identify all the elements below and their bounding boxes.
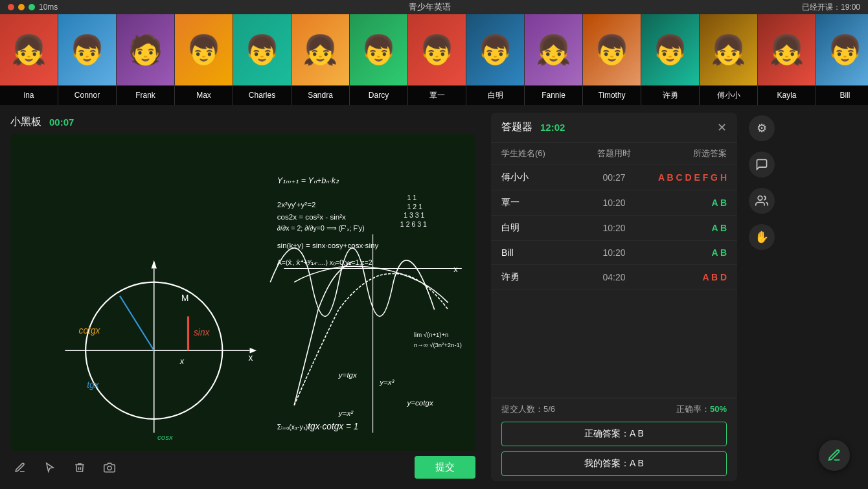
participant-bill[interactable]: 👦 Bill [816, 14, 868, 105]
svg-text:1  3  3  1: 1 3 3 1 [404, 211, 424, 219]
selected-answers: A B D [652, 272, 727, 282]
blackboard-timer: 00:07 [49, 117, 74, 128]
answer-footer: 提交人数：5/6 正确率：50% 正确答案：A B 我的答案：A B [491, 398, 737, 481]
participant-fxx[interactable]: 👧 傅小小 [700, 14, 758, 105]
participant-name: Darcy [350, 85, 407, 105]
latency: 10ms [39, 3, 58, 12]
participant-name: 覃一 [408, 85, 466, 105]
answer-time: 10:20 [577, 198, 652, 208]
answer-panel-timer: 12:02 [540, 122, 565, 133]
dot-yellow [18, 4, 25, 10]
svg-text:1  1: 1 1 [407, 194, 417, 201]
main-content: 小黑板 00:07 [0, 105, 868, 489]
blackboard[interactable]: cotgx tgx sinx cosx x x M Y₁ₘ₊₁ = Yₙ+bₙ·… [10, 134, 475, 451]
participant-name: 傅小小 [700, 85, 757, 105]
trash-tool[interactable] [70, 458, 89, 477]
student-name: Bill [501, 247, 577, 258]
participant-charles[interactable]: 👦 Charles [233, 14, 291, 105]
svg-point-36 [108, 466, 111, 470]
col-name: 学生姓名(6) [501, 148, 577, 159]
svg-text:cosx: cosx [157, 433, 174, 441]
participant-name: Bill [816, 85, 868, 105]
participant-xuyong[interactable]: 👦 许勇 [641, 14, 700, 105]
svg-text:tgx·cotgx = 1: tgx·cotgx = 1 [308, 422, 358, 431]
svg-text:∂/∂x = 2; ∂/∂y=0  ⟹ (F'ₓ; F'y): ∂/∂x = 2; ∂/∂y=0 ⟹ (F'ₓ; F'y) [277, 224, 365, 232]
my-answer-button[interactable]: 我的答案：A B [501, 451, 727, 476]
participant-name: Fannie [525, 85, 582, 105]
submitted-count: 提交人数：5/6 [501, 404, 555, 415]
cursor-tool[interactable] [40, 458, 60, 477]
participant-name: Connor [58, 85, 116, 105]
camera-tool[interactable] [100, 458, 119, 477]
svg-text:1  2  6  3  1: 1 2 6 3 1 [400, 220, 427, 228]
col-time: 答题用时 [577, 148, 652, 159]
answer-row: 许勇 04:20 A B D [491, 265, 737, 290]
topbar-left: 10ms [8, 3, 58, 12]
answer-header: 答题器 12:02 ✕ [491, 113, 737, 142]
svg-text:A=(x̄, x̄⁴+³⁄₁₄·....) x₀=0,y₁=: A=(x̄, x̄⁴+³⁄₁₄·....) x₀=0,y₁=1,z=2 [277, 258, 372, 266]
blackboard-toolbar: 提交 [10, 456, 475, 479]
participant-name: Charles [233, 85, 291, 105]
participant-name: ina [0, 85, 58, 105]
answer-panel: 答题器 12:02 ✕ 学生姓名(6) 答题用时 所选答案 傅小小 00:27 … [491, 113, 737, 481]
participant-baiming[interactable]: 👦 白明 [466, 14, 525, 105]
svg-text:Σᵢ₌₀(x₁-y₁)³: Σᵢ₌₀(x₁-y₁)³ [277, 423, 311, 431]
blackboard-area: 小黑板 00:07 [0, 105, 486, 489]
close-button[interactable]: ✕ [717, 122, 727, 133]
settings-icon[interactable]: ⚙ [749, 115, 775, 141]
participant-max[interactable]: 👦 Max [175, 14, 233, 105]
participant-sandra[interactable]: 👧 Sandra [291, 14, 350, 105]
svg-text:y=tgx: y=tgx [338, 370, 358, 379]
selected-answers: A B [652, 223, 727, 233]
participant-darcy[interactable]: 👦 Darcy [350, 14, 408, 105]
svg-point-37 [758, 196, 762, 201]
participants-strip: 👧 ina 👦 Connor 🧑 Frank 👦 Max 👦 Charles [0, 14, 868, 105]
answer-time: 10:20 [577, 223, 652, 233]
blackboard-title: 小黑板 [10, 115, 41, 129]
answer-time: 10:20 [577, 247, 652, 258]
svg-text:tgx: tgx [87, 380, 99, 390]
participant-name: Frank [117, 85, 174, 105]
answer-row: Bill 10:20 A B [491, 241, 737, 265]
answer-time: 04:20 [577, 272, 652, 282]
svg-text:x: x [179, 357, 185, 366]
participant-kayla[interactable]: 👧 Kayla [758, 14, 816, 105]
svg-text:Y₁ₘ₊₁ = Yₙ+bₙ·k₂: Y₁ₘ₊₁ = Yₙ+bₙ·k₂ [277, 176, 339, 185]
participant-zhenyi[interactable]: 👦 覃一 [408, 14, 466, 105]
answer-row: 傅小小 00:27 A B C D E F G H [491, 165, 737, 190]
svg-text:n→∞  √(3n²+2n-1): n→∞ √(3n²+2n-1) [414, 341, 462, 348]
hand-icon[interactable]: ✋ [749, 224, 775, 250]
svg-text:y=x²: y=x² [338, 409, 354, 417]
participant-timothy[interactable]: 👦 Timothy [583, 14, 641, 105]
dot-red [8, 4, 14, 10]
participant-fannie[interactable]: 👧 Fannie [525, 14, 583, 105]
submit-button[interactable]: 提交 [415, 456, 475, 479]
answer-table-header: 学生姓名(6) 答题用时 所选答案 [491, 142, 737, 165]
selected-answers: A B [652, 198, 727, 208]
float-pen-button[interactable] [819, 440, 850, 471]
svg-text:M: M [181, 293, 188, 303]
correct-answer-button[interactable]: 正确答案：A B [501, 422, 727, 446]
participant-frank[interactable]: 🧑 Frank [117, 14, 175, 105]
svg-text:x: x [453, 265, 458, 274]
pen-tool[interactable] [10, 458, 30, 477]
session-info: 已经开课：19:00 [802, 2, 860, 13]
student-name: 白明 [501, 222, 577, 234]
app-title: 青少年英语 [409, 1, 451, 13]
participant-connor[interactable]: 👦 Connor [58, 14, 117, 105]
answer-row: 覃一 10:20 A B [491, 190, 737, 216]
answer-row: 白明 10:20 A B [491, 216, 737, 241]
chat-icon[interactable] [749, 152, 775, 177]
users-icon[interactable] [749, 188, 775, 214]
selected-answers: A B [652, 247, 727, 258]
participant-ina[interactable]: 👧 ina [0, 14, 58, 105]
svg-text:sinx: sinx [194, 328, 211, 337]
toolbar-left [10, 458, 119, 477]
answer-rows: 傅小小 00:27 A B C D E F G H 覃一 10:20 A B 白… [491, 165, 737, 398]
participant-name: 许勇 [641, 85, 699, 105]
svg-text:2x²yy'+y²=2: 2x²yy'+y²=2 [277, 200, 316, 209]
participant-name: Max [175, 85, 233, 105]
participant-name: Timothy [583, 85, 641, 105]
accuracy: 正确率：50% [676, 404, 727, 415]
answer-panel-title: 答题器 [501, 120, 532, 134]
